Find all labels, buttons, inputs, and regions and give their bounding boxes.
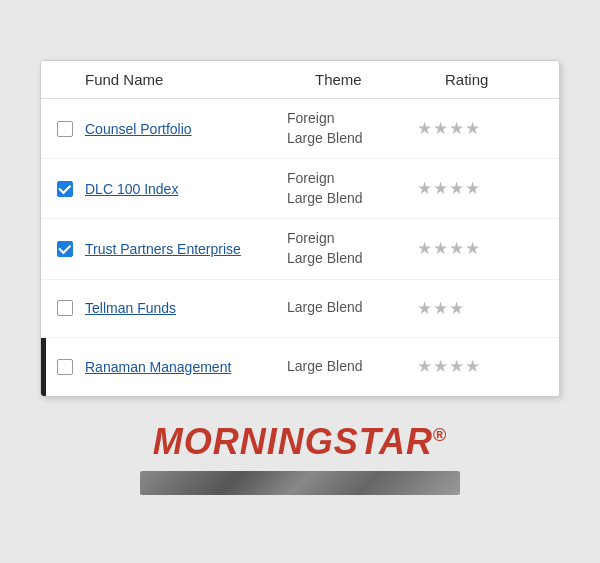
fund-rating-3: ★ ★ ★ ★ — [417, 240, 543, 257]
star-1-1: ★ — [417, 120, 432, 137]
fund-theme-4: Large Blend — [287, 298, 417, 318]
star-5-4: ★ — [465, 358, 480, 375]
morningstar-logo: MORNINGSTAR® — [153, 421, 448, 463]
fund-rating-5: ★ ★ ★ ★ — [417, 358, 543, 375]
table-row: DLC 100 Index Foreign Large Blend ★ ★ ★ … — [41, 159, 559, 219]
table-header: Fund Name Theme Rating — [41, 61, 559, 99]
fund-rating-1: ★ ★ ★ ★ — [417, 120, 543, 137]
fund-theme-1: Foreign Large Blend — [287, 109, 417, 148]
fund-name-5[interactable]: Ranaman Management — [85, 359, 287, 375]
stars-1: ★ ★ ★ ★ — [417, 120, 480, 137]
star-5-2: ★ — [433, 358, 448, 375]
star-5-1: ★ — [417, 358, 432, 375]
column-header-rating: Rating — [445, 71, 543, 88]
fund-name-4[interactable]: Tellman Funds — [85, 300, 287, 316]
checkbox-2[interactable] — [57, 181, 73, 197]
star-1-4: ★ — [465, 120, 480, 137]
fund-theme-2: Foreign Large Blend — [287, 169, 417, 208]
star-2-4: ★ — [465, 180, 480, 197]
star-4-3: ★ — [449, 300, 464, 317]
star-1-3: ★ — [449, 120, 464, 137]
fund-name-2[interactable]: DLC 100 Index — [85, 181, 287, 197]
column-header-fund-name: Fund Name — [85, 71, 315, 88]
table-row: Tellman Funds Large Blend ★ ★ ★ — [41, 280, 559, 338]
fund-name-1[interactable]: Counsel Portfolio — [85, 121, 287, 137]
star-4-1: ★ — [417, 300, 432, 317]
fund-name-3[interactable]: Trust Partners Enterprise — [85, 241, 287, 257]
fund-theme-3: Foreign Large Blend — [287, 229, 417, 268]
star-1-2: ★ — [433, 120, 448, 137]
table-row: Trust Partners Enterprise Foreign Large … — [41, 219, 559, 279]
checkbox-4[interactable] — [57, 300, 73, 316]
star-2-3: ★ — [449, 180, 464, 197]
star-5-3: ★ — [449, 358, 464, 375]
star-3-3: ★ — [449, 240, 464, 257]
fund-theme-5: Large Blend — [287, 357, 417, 377]
morningstar-branding: MORNINGSTAR® — [140, 421, 460, 495]
star-4-2: ★ — [433, 300, 448, 317]
stars-3: ★ ★ ★ ★ — [417, 240, 480, 257]
table-row: Ranaman Management Large Blend ★ ★ ★ ★ — [41, 338, 559, 396]
star-2-2: ★ — [433, 180, 448, 197]
column-header-theme: Theme — [315, 71, 445, 88]
checkbox-5[interactable] — [57, 359, 73, 375]
star-3-2: ★ — [433, 240, 448, 257]
star-2-1: ★ — [417, 180, 432, 197]
checkbox-area-3[interactable] — [57, 241, 85, 257]
star-3-4: ★ — [465, 240, 480, 257]
checkbox-3[interactable] — [57, 241, 73, 257]
stars-4: ★ ★ ★ — [417, 300, 464, 317]
checkbox-1[interactable] — [57, 121, 73, 137]
fund-rating-2: ★ ★ ★ ★ — [417, 180, 543, 197]
checkbox-area-2[interactable] — [57, 181, 85, 197]
fund-table: Fund Name Theme Rating Counsel Portfolio… — [40, 60, 560, 397]
main-container: Fund Name Theme Rating Counsel Portfolio… — [0, 0, 600, 563]
checkbox-area-5[interactable] — [57, 359, 85, 375]
fund-rating-4: ★ ★ ★ — [417, 300, 543, 317]
table-row: Counsel Portfolio Foreign Large Blend ★ … — [41, 99, 559, 159]
star-3-1: ★ — [417, 240, 432, 257]
morningstar-bar — [140, 471, 460, 495]
stars-2: ★ ★ ★ ★ — [417, 180, 480, 197]
checkbox-area-4[interactable] — [57, 300, 85, 316]
checkbox-area-1[interactable] — [57, 121, 85, 137]
stars-5: ★ ★ ★ ★ — [417, 358, 480, 375]
